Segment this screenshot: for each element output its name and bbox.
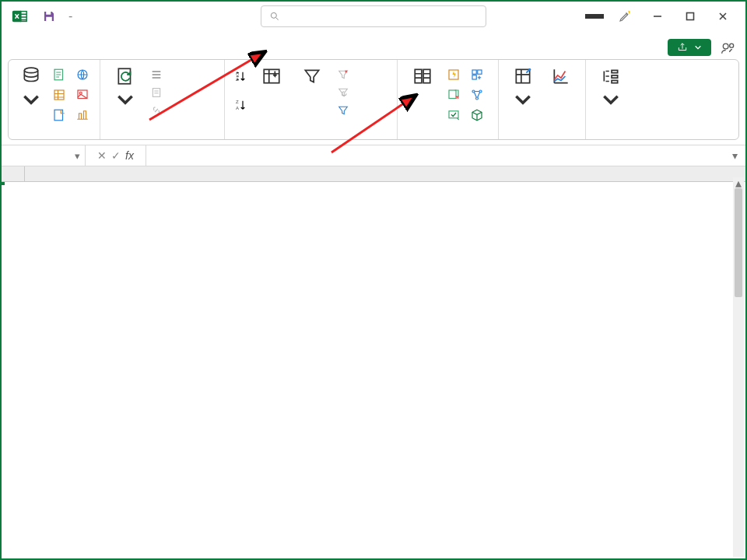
forecast-sheet-button[interactable] [544, 63, 580, 88]
svg-text:A: A [236, 106, 239, 110]
svg-rect-25 [472, 70, 476, 74]
column-headers [2, 166, 745, 182]
outline-icon [601, 66, 621, 86]
minimize-button[interactable] [641, 5, 674, 27]
svg-rect-27 [472, 75, 476, 79]
forecast-icon [551, 66, 571, 86]
svg-rect-22 [415, 69, 422, 82]
reapply-icon [337, 86, 349, 99]
outline-button[interactable] [592, 63, 630, 110]
refresh-all-button[interactable] [107, 63, 144, 110]
share-button[interactable] [668, 39, 711, 56]
svg-text:Z: Z [236, 100, 239, 104]
ribbon: AZ ZA [8, 59, 739, 140]
svg-point-6 [723, 44, 728, 49]
select-all-corner[interactable] [2, 166, 25, 181]
from-text-icon[interactable] [50, 66, 68, 83]
chevron-down-icon[interactable]: ▾ [75, 150, 80, 162]
chevron-down-icon[interactable]: ▾ [732, 149, 738, 162]
cancel-icon[interactable]: ✕ [97, 149, 107, 162]
filter-button[interactable] [293, 63, 331, 88]
share-icon [677, 42, 688, 53]
title-bar: - [2, 2, 745, 31]
filter-icon [302, 66, 322, 86]
sort-asc-icon[interactable]: AZ [231, 68, 250, 85]
reapply-button [334, 84, 356, 101]
svg-point-8 [24, 68, 37, 73]
scrollbar-thumb[interactable] [735, 188, 742, 297]
svg-rect-15 [118, 68, 130, 84]
vertical-scrollbar[interactable]: ▴ [733, 177, 744, 557]
ribbon-group-label [592, 136, 634, 138]
name-box[interactable]: ▾ [2, 145, 86, 166]
ribbon-group-data-tools [398, 60, 499, 139]
existing-connections-icon[interactable] [73, 107, 92, 124]
save-icon[interactable] [42, 9, 56, 23]
chevron-down-icon [513, 89, 533, 110]
svg-rect-35 [612, 70, 618, 72]
chevron-down-icon [115, 89, 135, 110]
sort-button[interactable] [253, 63, 290, 88]
login-button[interactable] [585, 14, 604, 19]
database-icon [21, 66, 41, 86]
properties-icon [150, 86, 163, 99]
svg-rect-37 [612, 80, 618, 82]
formula-input[interactable]: ▾ [146, 145, 745, 166]
whatif-button[interactable] [505, 63, 541, 110]
refresh-icon [115, 66, 135, 86]
search-icon [269, 11, 280, 22]
queries-connections-button[interactable] [147, 66, 169, 83]
from-table-icon[interactable] [50, 86, 68, 103]
scroll-up-icon[interactable]: ▴ [733, 177, 744, 188]
ribbon-group-forecast [499, 60, 586, 139]
svg-text:A: A [236, 71, 239, 75]
svg-rect-28 [449, 90, 456, 99]
remove-duplicates-icon[interactable] [444, 86, 463, 103]
pen-icon[interactable] [618, 9, 632, 23]
get-data-quick-icons [50, 63, 93, 125]
ribbon-group-label [505, 136, 579, 138]
enter-icon[interactable]: ✓ [111, 149, 121, 162]
sort-icon [261, 66, 282, 86]
search-box[interactable] [261, 5, 486, 27]
svg-rect-16 [153, 89, 160, 97]
close-button[interactable] [707, 5, 739, 27]
ribbon-group-label [404, 136, 492, 138]
svg-point-7 [730, 44, 734, 47]
svg-rect-14 [54, 110, 63, 121]
svg-text:Z: Z [236, 77, 239, 82]
from-web-icon[interactable] [73, 66, 92, 83]
get-data-button[interactable] [15, 63, 47, 110]
svg-point-4 [271, 12, 276, 18]
spreadsheet-grid [2, 166, 745, 182]
ribbon-group-label [107, 136, 218, 138]
data-validation-icon[interactable] [444, 107, 463, 124]
from-picture-icon[interactable] [73, 86, 92, 103]
relationships-icon[interactable] [468, 86, 486, 103]
advanced-filter-button[interactable] [334, 102, 356, 119]
ribbon-group-label [15, 136, 93, 138]
link-icon [150, 104, 163, 117]
svg-rect-23 [423, 69, 430, 82]
formula-controls: ✕ ✓ fx [86, 145, 146, 166]
flash-fill-icon[interactable] [444, 66, 463, 83]
consolidate-icon[interactable] [468, 66, 486, 83]
maximize-button[interactable] [674, 5, 707, 27]
chevron-down-icon [601, 89, 621, 110]
ribbon-group-outline [586, 60, 640, 139]
recent-sources-icon[interactable] [50, 107, 68, 124]
svg-rect-21 [264, 69, 279, 82]
fx-icon[interactable]: fx [125, 149, 134, 162]
svg-rect-5 [687, 13, 694, 20]
comments-icon[interactable] [721, 40, 736, 56]
selection-outline [2, 182, 5, 185]
svg-rect-2 [46, 12, 51, 15]
svg-rect-11 [54, 90, 64, 100]
manage-data-model-icon[interactable] [468, 107, 486, 124]
columns-icon [412, 66, 433, 86]
text-to-columns-button[interactable] [404, 63, 441, 88]
advanced-icon [337, 104, 349, 117]
sort-desc-icon[interactable]: ZA [231, 96, 250, 114]
chevron-down-icon [694, 44, 702, 51]
title-separator: - [68, 9, 72, 23]
